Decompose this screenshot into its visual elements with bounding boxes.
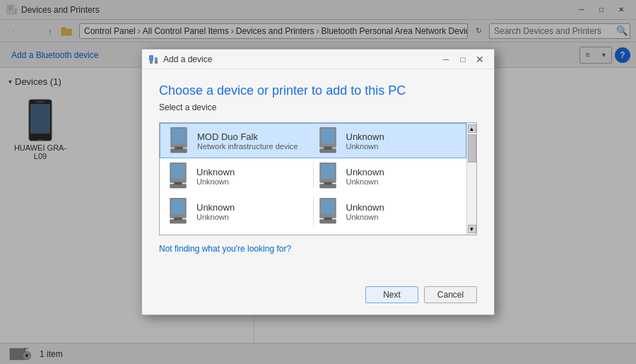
svg-rect-39 xyxy=(321,199,334,214)
svg-rect-21 xyxy=(175,147,182,150)
svg-rect-27 xyxy=(172,164,185,179)
device-icon-network-5 xyxy=(317,198,339,225)
device-icon-network-1 xyxy=(317,127,339,154)
dialog-device-type-0: Network infrastructure device xyxy=(197,142,298,151)
modal-overlay: Add a device ─ □ ✕ Choose a device or pr… xyxy=(0,0,636,364)
dialog-device-name-4: Unknown xyxy=(196,202,235,213)
dialog-device-type-2: Unknown xyxy=(196,177,235,186)
dialog-icon xyxy=(148,54,159,65)
svg-point-16 xyxy=(150,61,153,64)
dialog-device-name-2: Unknown xyxy=(196,167,235,177)
dialog-device-type-3: Unknown xyxy=(346,177,384,186)
scroll-down-arrow[interactable]: ▼ xyxy=(468,225,476,233)
dialog-scrollbar[interactable]: ▲ ▼ xyxy=(466,123,476,235)
scroll-track[interactable] xyxy=(468,134,476,223)
dialog-minimize-button[interactable]: ─ xyxy=(437,52,454,66)
dialog-device-name-1: Unknown xyxy=(346,131,384,142)
svg-point-17 xyxy=(155,61,158,64)
device-icon-network-2 xyxy=(167,163,189,189)
dialog-footer: Next Cancel xyxy=(142,279,494,315)
svg-rect-33 xyxy=(324,182,331,185)
not-finding-link[interactable]: Not finding what you're looking for? xyxy=(159,244,477,254)
device-icon-network-4 xyxy=(167,198,189,225)
dialog-device-name-5: Unknown xyxy=(346,202,384,213)
device-list-container: MOD Duo Falk Network infrastructure devi… xyxy=(159,122,477,235)
svg-rect-35 xyxy=(172,199,185,214)
device-list: MOD Duo Falk Network infrastructure devi… xyxy=(160,123,466,235)
cancel-button[interactable]: Cancel xyxy=(424,286,477,303)
dialog-device-type-1: Unknown xyxy=(346,142,384,151)
svg-rect-25 xyxy=(324,147,331,150)
device-icon-network-3 xyxy=(317,163,339,189)
dialog-device-type-4: Unknown xyxy=(196,213,235,221)
svg-rect-41 xyxy=(324,218,331,221)
dialog-close-button[interactable]: ✕ xyxy=(471,52,488,66)
dialog-device-name-3: Unknown xyxy=(346,167,384,177)
svg-rect-14 xyxy=(149,55,153,61)
dialog-device-row-0[interactable]: MOD Duo Falk Network infrastructure devi… xyxy=(160,123,466,158)
svg-rect-29 xyxy=(174,182,182,185)
svg-rect-23 xyxy=(321,129,334,143)
dialog-heading: Choose a device or printer to add to thi… xyxy=(159,83,477,98)
add-device-dialog: Add a device ─ □ ✕ Choose a device or pr… xyxy=(141,49,495,315)
svg-rect-37 xyxy=(174,218,182,221)
scroll-up-arrow[interactable]: ▲ xyxy=(468,124,476,133)
dialog-device-name-0: MOD Duo Falk xyxy=(197,131,298,142)
dialog-body: Choose a device or printer to add to thi… xyxy=(142,69,494,279)
dialog-device-row-2[interactable]: Unknown Unknown xyxy=(160,194,466,229)
dialog-device-type-5: Unknown xyxy=(346,213,384,221)
dialog-device-row-1[interactable]: Unknown Unknown xyxy=(160,158,466,194)
svg-rect-19 xyxy=(172,129,186,143)
next-button[interactable]: Next xyxy=(365,286,418,303)
device-icon-network-0 xyxy=(167,127,190,154)
dialog-subtext: Select a device xyxy=(159,102,477,112)
svg-rect-31 xyxy=(321,164,334,179)
scroll-thumb[interactable] xyxy=(468,134,476,163)
dialog-title-text: Add a device xyxy=(163,54,437,64)
dialog-maximize-button[interactable]: □ xyxy=(454,52,471,66)
dialog-titlebar: Add a device ─ □ ✕ xyxy=(142,49,494,69)
